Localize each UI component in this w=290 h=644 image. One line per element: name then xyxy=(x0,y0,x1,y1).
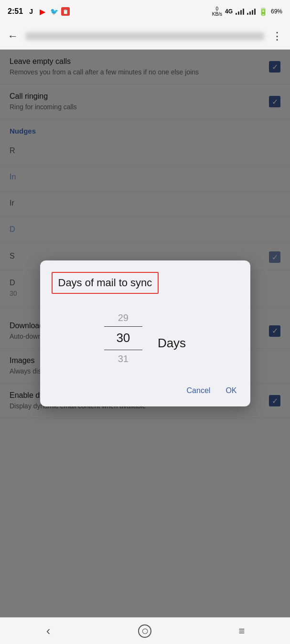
cancel-button[interactable]: Cancel xyxy=(185,383,213,399)
bottom-nav: ‹ ○ ≡ xyxy=(0,617,290,644)
picker-line-top xyxy=(104,326,142,327)
picker-container: 29 30 31 Days xyxy=(52,305,239,371)
days-sync-dialog: Days of mail to sync 29 30 31 Days Cance… xyxy=(40,260,250,406)
more-options-button[interactable]: ⋮ xyxy=(272,30,282,42)
picker-line-bottom xyxy=(104,350,142,351)
picker-unit: Days xyxy=(158,336,186,351)
dialog-actions: Cancel OK xyxy=(52,383,239,399)
dialog-overlay: Days of mail to sync 29 30 31 Days Cance… xyxy=(0,50,290,617)
status-left: 2:51 J ▶ 🐦 📋 xyxy=(8,7,70,16)
account-title xyxy=(26,32,264,40)
picker-current-value: 30 xyxy=(116,331,130,345)
number-picker[interactable]: 29 30 31 xyxy=(104,313,142,364)
signal-bars xyxy=(236,8,244,15)
nav-menu-icon: ≡ xyxy=(238,625,245,637)
ok-button[interactable]: OK xyxy=(224,383,238,399)
app-bar: ← ⋮ xyxy=(0,23,290,50)
notes-icon: 📋 xyxy=(61,7,70,16)
status-bar: 2:51 J ▶ 🐦 📋 0KB/s 4G 🔋 69% xyxy=(0,0,290,23)
picker-prev-value: 29 xyxy=(118,313,129,322)
youtube-icon: ▶ xyxy=(38,7,47,16)
picker-current-wrapper: 30 xyxy=(104,326,142,350)
status-time: 2:51 xyxy=(8,7,23,16)
nav-home-icon: ○ xyxy=(138,624,151,638)
network-type: 4G xyxy=(225,8,233,15)
nav-back-icon: ‹ xyxy=(46,623,51,638)
battery-icon: 🔋 xyxy=(258,7,268,16)
data-speed: 0KB/s xyxy=(212,6,222,17)
back-button[interactable]: ← xyxy=(8,30,18,42)
battery-percent: 69% xyxy=(271,8,282,15)
dialog-title: Days of mail to sync xyxy=(52,272,159,294)
picker-next-value: 31 xyxy=(118,354,129,364)
app-icon-j: J xyxy=(27,7,35,16)
status-icons: J ▶ 🐦 📋 xyxy=(27,7,70,16)
twitter-icon: 🐦 xyxy=(50,7,58,16)
settings-background: Leave empty calls Removes you from a cal… xyxy=(0,50,290,617)
nav-back-button[interactable]: ‹ xyxy=(34,622,63,641)
status-right: 0KB/s 4G 🔋 69% xyxy=(212,6,282,17)
nav-home-button[interactable]: ○ xyxy=(130,622,159,641)
nav-menu-button[interactable]: ≡ xyxy=(227,622,256,641)
wifi-bars xyxy=(247,8,256,15)
